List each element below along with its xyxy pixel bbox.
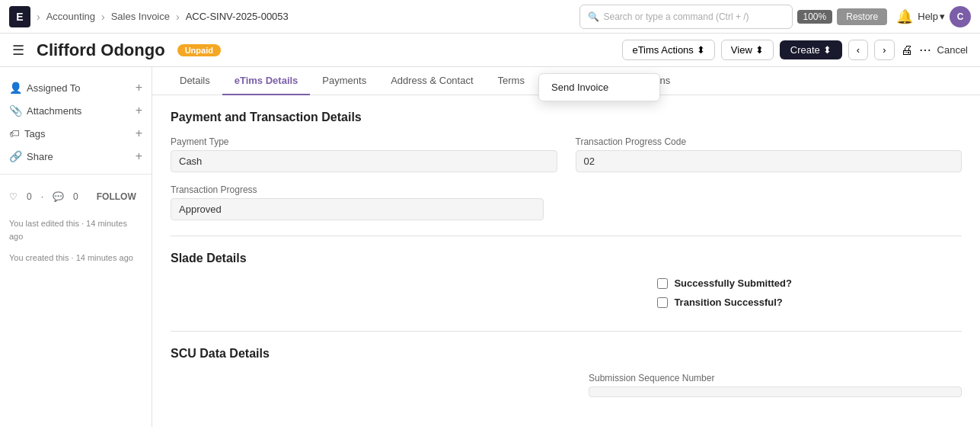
more-options-button[interactable]: ⋯ bbox=[919, 43, 931, 57]
create-button[interactable]: Create ⬍ bbox=[780, 40, 842, 59]
view-button[interactable]: View ⬍ bbox=[721, 40, 774, 60]
payment-type-group: Payment Type Cash bbox=[171, 136, 557, 172]
etims-actions-label: eTims Actions bbox=[632, 44, 693, 56]
search-icon: 🔍 bbox=[588, 11, 599, 22]
sep1: › bbox=[37, 11, 40, 23]
search-placeholder: Search or type a command (Ctrl + /) bbox=[604, 11, 749, 22]
share-add-icon[interactable]: + bbox=[136, 149, 142, 163]
tags-add-icon[interactable]: + bbox=[136, 127, 142, 140]
transition-successful-row: Transition Successful? bbox=[645, 297, 782, 308]
breadcrumb-accounting[interactable]: Accounting bbox=[46, 11, 95, 22]
hamburger-menu-icon[interactable]: ☰ bbox=[12, 42, 24, 59]
attachments-add-icon[interactable]: + bbox=[136, 104, 142, 117]
transition-successful-label: Transition Successful? bbox=[674, 297, 782, 308]
sidebar: 👤 Assigned To + 📎 Attachments + 🏷 Tags +… bbox=[0, 67, 152, 427]
section-divider-1 bbox=[171, 236, 962, 236]
etims-chevron-icon: ⬍ bbox=[697, 44, 705, 56]
sidebar-divider bbox=[0, 174, 152, 175]
comment-icon[interactable]: 💬 bbox=[53, 191, 64, 202]
breadcrumb-record-id: ACC-SINV-2025-00053 bbox=[186, 11, 289, 22]
follow-button[interactable]: FOLLOW bbox=[88, 187, 145, 207]
scu-section: SCU Data Details Submission Sequence Num… bbox=[171, 347, 962, 397]
sep2: › bbox=[101, 11, 105, 23]
breadcrumb-sales-invoice[interactable]: Sales Invoice bbox=[111, 11, 170, 22]
last-edited-info: You last edited this · 14 minutes ago bbox=[0, 213, 152, 247]
transition-successful-checkbox[interactable] bbox=[657, 297, 668, 308]
attachments-icon: 📎 bbox=[9, 104, 22, 117]
topbar: E › Accounting › Sales Invoice › ACC-SIN… bbox=[0, 0, 980, 34]
sidebar-item-tags[interactable]: 🏷 Tags + bbox=[0, 122, 152, 145]
transaction-progress-code-group: Transaction Progress Code 02 bbox=[576, 136, 962, 172]
scu-section-title: SCU Data Details bbox=[171, 347, 962, 361]
content-body: Payment and Transaction Details Payment … bbox=[152, 95, 980, 425]
stats-dot: · bbox=[41, 191, 43, 202]
cancel-button[interactable]: Cancel bbox=[937, 44, 968, 56]
transaction-progress-code-label: Transaction Progress Code bbox=[576, 136, 962, 147]
submission-sequence-value bbox=[589, 386, 962, 397]
transaction-progress-label: Transaction Progress bbox=[171, 184, 544, 195]
successfully-submitted-label: Successfully Submitted? bbox=[674, 277, 792, 289]
help-chevron-icon: ▾ bbox=[940, 11, 945, 22]
tab-payments[interactable]: Payments bbox=[310, 67, 378, 95]
next-record-button[interactable]: › bbox=[874, 40, 894, 60]
payment-row-2: Transaction Progress Approved bbox=[171, 184, 962, 220]
send-invoice-item[interactable]: Send Invoice bbox=[539, 74, 659, 101]
notification-bell-icon[interactable]: 🔔 bbox=[896, 8, 913, 25]
create-label: Create bbox=[790, 44, 820, 56]
etims-actions-button[interactable]: eTims Actions ⬍ bbox=[622, 40, 714, 60]
sidebar-item-share[interactable]: 🔗 Share + bbox=[0, 145, 152, 168]
created-info: You created this · 14 minutes ago bbox=[0, 247, 152, 269]
tags-label: Tags bbox=[24, 128, 131, 140]
transaction-progress-code-value: 02 bbox=[576, 150, 962, 172]
actionbar: ☰ Clifford Odongo Unpaid eTims Actions ⬍… bbox=[0, 34, 980, 67]
sep3: › bbox=[176, 11, 180, 23]
sidebar-item-attachments[interactable]: 📎 Attachments + bbox=[0, 99, 152, 122]
payment-type-value: Cash bbox=[171, 150, 557, 172]
tab-address-contact[interactable]: Address & Contact bbox=[378, 67, 485, 95]
status-badge: Unpaid bbox=[177, 44, 221, 56]
submission-sequence-group: Submission Sequence Number bbox=[589, 373, 962, 397]
successfully-submitted-row: Successfully Submitted? bbox=[645, 277, 792, 289]
tab-details[interactable]: Details bbox=[168, 67, 222, 95]
successfully-submitted-checkbox[interactable] bbox=[657, 278, 668, 289]
app-logo[interactable]: E bbox=[9, 6, 30, 27]
transaction-progress-value: Approved bbox=[171, 198, 544, 220]
view-label: View bbox=[731, 44, 752, 56]
assigned-to-add-icon[interactable]: + bbox=[136, 81, 142, 95]
view-chevron-icon: ⬍ bbox=[755, 44, 764, 56]
payment-type-label: Payment Type bbox=[171, 136, 557, 147]
assigned-to-label: Assigned To bbox=[27, 82, 131, 94]
section-divider-2 bbox=[171, 331, 962, 332]
likes-count: 0 bbox=[27, 191, 32, 202]
etims-dropdown: Send Invoice bbox=[538, 73, 660, 101]
assigned-to-icon: 👤 bbox=[9, 82, 22, 94]
tags-icon: 🏷 bbox=[9, 127, 20, 140]
restore-button[interactable]: Restore bbox=[837, 8, 887, 25]
transaction-progress-group: Transaction Progress Approved bbox=[171, 184, 544, 220]
record-name: Clifford Odongo bbox=[37, 40, 165, 60]
share-icon: 🔗 bbox=[9, 150, 22, 162]
main-layout: 👤 Assigned To + 📎 Attachments + 🏷 Tags +… bbox=[0, 67, 980, 427]
print-button[interactable]: 🖨 bbox=[901, 43, 913, 57]
tab-etims-details[interactable]: eTims Details bbox=[222, 67, 311, 95]
like-icon[interactable]: ♡ bbox=[9, 191, 18, 202]
sidebar-stats: ♡ 0 · 💬 0 FOLLOW bbox=[0, 181, 152, 213]
content-area: Details eTims Details Payments Address &… bbox=[152, 67, 980, 427]
slade-section: Slade Details Successfully Submitted? Tr… bbox=[171, 252, 962, 316]
payment-section-title: Payment and Transaction Details bbox=[171, 111, 962, 124]
comments-count: 0 bbox=[73, 191, 78, 202]
help-menu[interactable]: Help ▾ bbox=[918, 11, 945, 22]
help-label: Help bbox=[918, 11, 938, 22]
search-box[interactable]: 🔍 Search or type a command (Ctrl + /) bbox=[579, 5, 793, 29]
slade-section-title: Slade Details bbox=[171, 252, 962, 265]
submission-sequence-label: Submission Sequence Number bbox=[589, 373, 962, 383]
prev-record-button[interactable]: ‹ bbox=[848, 40, 868, 60]
payment-row-1: Payment Type Cash Transaction Progress C… bbox=[171, 136, 962, 172]
create-chevron-icon: ⬍ bbox=[823, 44, 832, 56]
tab-terms[interactable]: Terms bbox=[486, 67, 537, 95]
user-avatar[interactable]: C bbox=[950, 6, 971, 27]
attachments-label: Attachments bbox=[27, 105, 131, 117]
share-label: Share bbox=[27, 151, 131, 162]
zoom-level: 100% bbox=[797, 10, 833, 24]
sidebar-item-assigned-to[interactable]: 👤 Assigned To + bbox=[0, 76, 152, 99]
